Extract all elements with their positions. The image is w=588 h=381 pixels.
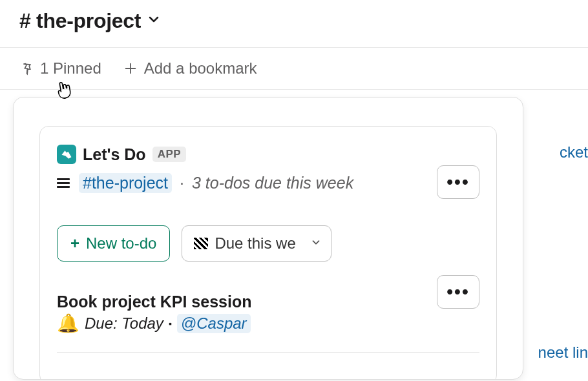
chevron-down-icon xyxy=(147,13,160,30)
channel-name-button[interactable]: # the-project xyxy=(19,9,160,33)
pinned-card: Let's Do APP #the-project · 3 to-dos due… xyxy=(39,126,497,380)
separator-square: ▪ xyxy=(169,318,172,329)
todo-assignee-mention[interactable]: @Caspar xyxy=(177,314,251,333)
separator-dot: · xyxy=(180,174,184,192)
checkered-flag-icon xyxy=(194,238,208,249)
card-more-button[interactable]: ••• xyxy=(437,165,479,199)
channel-toolbar: 1 Pinned Add a bookmark xyxy=(0,47,588,90)
channel-link[interactable]: #the-project xyxy=(79,173,172,193)
summary-text: 3 to-dos due this week xyxy=(192,174,353,192)
todo-due-label: Due: Today xyxy=(85,314,163,333)
pinned-label: 1 Pinned xyxy=(40,59,101,77)
new-todo-button[interactable]: + New to-do xyxy=(57,225,170,262)
todo-more-button[interactable]: ••• xyxy=(437,275,479,309)
app-name-label: Let's Do xyxy=(83,145,146,164)
due-filter-label: Due this we xyxy=(215,234,297,252)
app-badge: APP xyxy=(152,147,186,162)
channel-name-label: # the-project xyxy=(19,9,141,33)
card-divider xyxy=(57,352,479,353)
add-bookmark-label: Add a bookmark xyxy=(144,59,257,77)
background-link-1[interactable]: cket xyxy=(560,143,588,161)
new-todo-label: New to-do xyxy=(86,234,156,252)
bell-icon: 🔔 xyxy=(57,313,79,334)
pin-icon xyxy=(19,61,34,76)
todo-title: Book project KPI session xyxy=(57,293,479,311)
background-link-2[interactable]: neet lin xyxy=(538,344,588,362)
pinned-popup: Let's Do APP #the-project · 3 to-dos due… xyxy=(13,97,523,380)
list-icon xyxy=(57,178,70,188)
add-bookmark-button[interactable]: Add a bookmark xyxy=(123,59,257,77)
chevron-down-icon xyxy=(310,236,322,251)
pinned-button[interactable]: 1 Pinned xyxy=(19,59,101,77)
plus-icon xyxy=(123,61,138,76)
due-filter-select[interactable]: Due this we xyxy=(182,225,331,262)
lets-do-app-icon xyxy=(57,145,76,164)
plus-icon: + xyxy=(70,234,79,252)
